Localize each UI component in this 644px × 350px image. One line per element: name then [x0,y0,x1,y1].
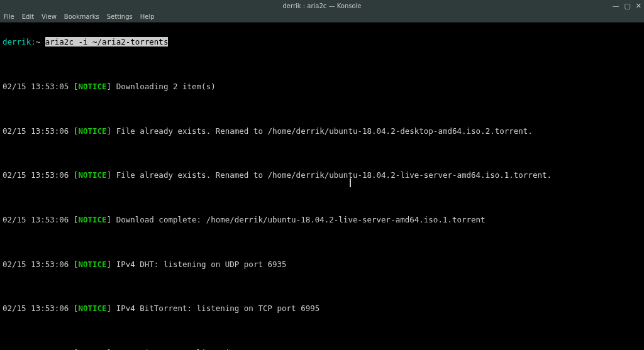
window-title: derrik : aria2c — Konsole [283,3,362,9]
log-tag: NOTICE [78,170,106,180]
log-message: Downloading 2 item(s) [116,82,216,91]
menu-help[interactable]: Help [140,13,155,20]
maximize-icon[interactable]: ▢ [624,3,630,9]
bracket-close: ] [107,82,112,91]
log-timestamp: 02/15 13:53:06 [3,304,69,313]
log-message: Download complete: /home/derrik/ubuntu-1… [116,215,486,224]
log-line: 02/15 13:53:06 [NOTICE] IPv6 BitTorrent:… [3,347,641,350]
blank-line [3,238,641,246]
log-timestamp: 02/15 13:53:06 [3,215,69,224]
log-tag: NOTICE [78,215,106,224]
blank-line [3,282,641,290]
blank-line [3,327,641,335]
log-timestamp: 02/15 13:53:06 [3,126,69,136]
terminal-viewport[interactable]: derrik:~ aria2c -i ~/aria2-torrents 02/1… [0,23,644,350]
log-line: 02/15 13:53:06 [NOTICE] IPv4 DHT: listen… [3,258,641,270]
prompt-dir: ~ [36,37,41,46]
log-line: 02/15 13:53:06 [NOTICE] File already exi… [3,125,641,137]
blank-line [3,194,641,202]
log-message: IPv4 BitTorrent: listening on TCP port 6… [116,304,320,313]
log-line: 02/15 13:53:06 [NOTICE] File already exi… [3,169,641,181]
menu-edit[interactable]: Edit [22,13,34,20]
log-timestamp: 02/15 13:53:06 [3,260,69,269]
log-line: 02/15 13:53:05 [NOTICE] Downloading 2 it… [3,80,641,92]
log-tag: NOTICE [78,260,106,269]
window-controls: — ▢ ✕ [612,0,641,11]
log-message: File already exists. Renamed to /home/de… [116,170,552,180]
minimize-icon[interactable]: — [612,3,619,9]
menu-bar: File Edit View Bookmarks Settings Help [0,11,644,23]
bracket-close: ] [107,215,112,224]
prompt-user-host: derrik: [3,37,36,46]
prompt-line: derrik:~ aria2c -i ~/aria2-torrents [3,36,641,48]
bracket-close: ] [107,126,112,136]
log-message: File already exists. Renamed to /home/de… [116,126,533,136]
menu-bookmarks[interactable]: Bookmarks [64,13,99,20]
bracket-close: ] [107,304,112,313]
log-line: 02/15 13:53:06 [NOTICE] Download complet… [3,214,641,226]
bracket-close: ] [107,260,112,269]
text-caret-icon [350,178,351,187]
log-timestamp: 02/15 13:53:06 [3,170,69,180]
menu-view[interactable]: View [42,13,57,20]
menu-settings[interactable]: Settings [107,13,133,20]
log-tag: NOTICE [78,82,106,91]
log-timestamp: 02/15 13:53:05 [3,82,69,91]
window-titlebar: derrik : aria2c — Konsole — ▢ ✕ [0,0,644,11]
blank-line [3,60,641,68]
blank-line [3,149,641,157]
log-line: 02/15 13:53:06 [NOTICE] IPv4 BitTorrent:… [3,302,641,314]
prompt-command-selection: aria2c -i ~/aria2-torrents [45,37,169,46]
log-tag: NOTICE [78,304,106,313]
log-tag: NOTICE [78,126,106,136]
log-message: IPv4 DHT: listening on UDP port 6935 [116,260,287,269]
blank-line [3,105,641,113]
menu-file[interactable]: File [4,13,14,20]
bracket-close: ] [107,170,112,180]
close-icon[interactable]: ✕ [636,3,641,9]
